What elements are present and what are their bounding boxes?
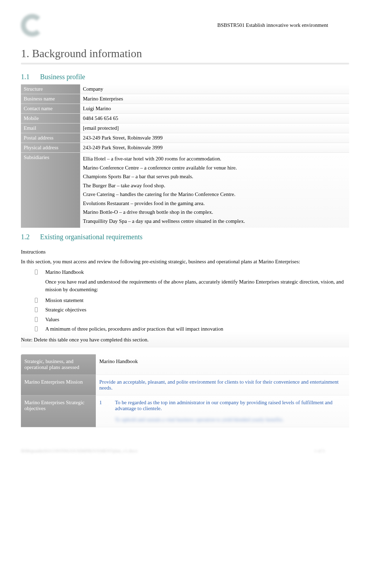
plans-table: Strategic, business, and operational pla… <box>21 354 349 427</box>
plans-value: Marino Handbook <box>96 354 349 375</box>
section-1-title: 1. Background information <box>21 47 349 60</box>
section-number: 1.2 <box>21 233 38 241</box>
profile-value: 243-249 Park Street, Robinsvale 3999 <box>80 143 349 153</box>
blurred-content: To uphold and sustain a vital business o… <box>99 417 346 423</box>
profile-label: Email <box>21 123 80 133</box>
subsidiary-item: Marino Bottle-O – a drive through bottle… <box>83 208 346 217</box>
subsidiary-item: Crave Catering – handles the catering fo… <box>83 190 346 199</box>
section-text: Business profile <box>40 73 85 81</box>
instructions-intro: In this section, you must access and rev… <box>21 258 346 266</box>
objective-item: 1 To be regarded as the top inn administ… <box>99 400 346 412</box>
profile-value: [email protected] <box>80 123 349 133</box>
footer-filename: BSBopsadm501CONTINUOUSIMPROVEMENTplan_v1… <box>21 448 314 454</box>
table-row: Business name Marino Enterprises <box>21 94 349 104</box>
instructions-note: Note: Delete this table once you have co… <box>21 336 346 344</box>
subsidiary-item: Ellia Hotel – a five-star hotel with 200… <box>83 154 346 164</box>
profile-label: Subsidiaries <box>21 153 80 228</box>
footer-page-number: 1 of 5 <box>314 448 349 454</box>
objective-number: 1 <box>99 400 105 412</box>
subsidiary-item: The Burger Bar – take away food shop. <box>83 181 346 190</box>
profile-label: Postal address <box>21 133 80 143</box>
profile-label: Mobile <box>21 114 80 123</box>
profile-label: Business name <box>21 94 80 104</box>
plans-label: Strategic, business, and operational pla… <box>21 354 96 375</box>
page-footer: BSBopsadm501CONTINUOUSIMPROVEMENTplan_v1… <box>21 448 349 454</box>
profile-value: 0484 546 654 65 <box>80 114 349 123</box>
section-divider <box>21 63 349 64</box>
plans-label: Marino Enterprises Mission <box>21 375 96 395</box>
table-row: Mobile 0484 546 654 65 <box>21 114 349 123</box>
instructions-subtext: Once you have read and understood the re… <box>21 278 346 294</box>
table-row: Marino Enterprises Strategic objectives … <box>21 395 349 427</box>
profile-value: Marino Enterprises <box>80 94 349 104</box>
plans-value: 1 To be regarded as the top inn administ… <box>96 395 349 427</box>
table-row: Strategic, business, and operational pla… <box>21 354 349 375</box>
instructions-box: Instructions In this section, you must a… <box>21 244 349 347</box>
section-1-2-title: 1.2 Existing organisational requirements <box>21 233 349 241</box>
business-profile-table: Structure Company Business name Marino E… <box>21 84 349 228</box>
plans-label: Marino Enterprises Strategic objectives <box>21 395 96 427</box>
profile-label: Structure <box>21 84 80 94</box>
list-item: Values <box>35 316 346 324</box>
bullet-list: Marino Handbook <box>21 268 346 276</box>
profile-label: Physical address <box>21 143 80 153</box>
list-item: Strategic objectives <box>35 306 346 314</box>
list-item: Mission statement <box>35 296 346 304</box>
section-1-1-title: 1.1 Business profile <box>21 73 349 81</box>
table-row: Marino Enterprises Mission Provide an ac… <box>21 375 349 395</box>
objective-text: To be regarded as the top inn administra… <box>115 400 346 412</box>
subsidiary-item: Champions Sports Bar – a bar that serves… <box>83 172 346 181</box>
instructions-title: Instructions <box>21 248 346 256</box>
list-item: Marino Handbook <box>35 268 346 276</box>
section-number: 1.1 <box>21 73 38 81</box>
profile-value: 243-249 Park Street, Robinsvale 3999 <box>80 133 349 143</box>
table-row: Subsidiaries Ellia Hotel – a five-star h… <box>21 153 349 228</box>
plans-value: Provide an acceptable, pleasant, and pol… <box>96 375 349 395</box>
table-row: Postal address 243-249 Park Street, Robi… <box>21 133 349 143</box>
subsidiary-item: Evolutions Restaurant – provides food in… <box>83 199 346 208</box>
course-code: BSBSTR501 Establish innovative work envi… <box>47 22 328 28</box>
subsidiary-item: Marino Conference Centre – a conference … <box>83 164 346 173</box>
profile-value: Ellia Hotel – a five-star hotel with 200… <box>80 153 349 228</box>
profile-label: Contact name <box>21 104 80 114</box>
page-header: BSBSTR501 Establish innovative work envi… <box>21 14 349 37</box>
table-row: Email [email protected] <box>21 123 349 133</box>
company-logo <box>21 14 47 37</box>
profile-value: Company <box>80 84 349 94</box>
section-text: Existing organisational requirements <box>40 233 142 241</box>
list-item: A minimum of three policies, procedures … <box>35 325 346 333</box>
table-row: Physical address 243-249 Park Street, Ro… <box>21 143 349 153</box>
profile-value: Luigi Marino <box>80 104 349 114</box>
table-row: Structure Company <box>21 84 349 94</box>
bullet-list: Mission statement Strategic objectives V… <box>21 296 346 333</box>
table-row: Contact name Luigi Marino <box>21 104 349 114</box>
subsidiary-item: Tranquillity Day Spa – a day spa and wel… <box>83 217 346 226</box>
